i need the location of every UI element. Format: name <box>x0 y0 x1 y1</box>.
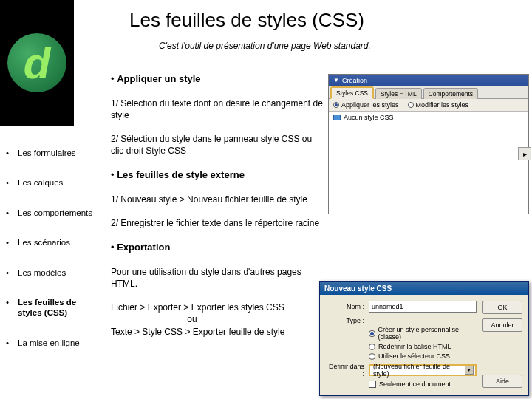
panel-title: Création <box>342 77 367 84</box>
name-input[interactable]: unnamed1 <box>369 301 477 313</box>
edit-styles-radio[interactable]: Modifier les styles <box>408 101 469 109</box>
sidebar-item-label: Les scénarios <box>10 237 102 248</box>
type-option-selector[interactable]: Utiliser le sélecteur CSS <box>369 352 477 360</box>
sidebar-item-label: Les formulaires <box>10 148 102 158</box>
export-path2: Texte > Style CSS > Exporter feuille de … <box>111 326 325 338</box>
sidebar-item[interactable]: •Les formulaires <box>0 148 106 177</box>
export-path1: Fichier > Exporter > Exporter les styles… <box>111 301 325 313</box>
page-subtitle: C'est l'outil de présentation d'une page… <box>159 41 525 51</box>
tab-behaviors[interactable]: Comportements <box>423 88 478 99</box>
dreamweaver-logo-icon: d <box>7 33 66 92</box>
type-label: Type : <box>326 317 364 324</box>
apply-heading: • Appliquer un style <box>111 72 325 86</box>
panel-toolbar: Appliquer les styles Modifier les styles <box>329 99 528 112</box>
list-item[interactable]: Aucun style CSS <box>333 114 524 121</box>
type-option-class[interactable]: Créer un style personnalisé (classe) <box>369 326 477 341</box>
css-panel: ▼ Création Styles CSS Styles HTML Compor… <box>328 74 529 214</box>
sidebar-nav: •Les formulaires•Les calques•Les comport… <box>0 148 106 367</box>
collapse-arrow-icon[interactable]: ▼ <box>333 77 339 83</box>
only-doc-check[interactable]: Seulement ce document <box>369 381 477 388</box>
arrow-right-icon: ▸ <box>523 150 527 158</box>
checkbox-icon <box>369 381 376 388</box>
type-option-tag[interactable]: Redéfinir la balise HTML <box>369 343 477 350</box>
sidebar-item[interactable]: •Les modèles <box>0 267 106 297</box>
apply-styles-radio[interactable]: Appliquer les styles <box>333 101 399 109</box>
export-heading: • Exportation <box>111 241 325 254</box>
style-tag-icon <box>333 115 341 120</box>
type-radios: Créer un style personnalisé (classe) Red… <box>369 326 477 360</box>
logo-area: d <box>0 0 74 126</box>
dialog-titlebar: Nouveau style CSS <box>320 282 528 295</box>
sidebar-item[interactable]: •La mise en ligne <box>0 338 106 367</box>
apply-step1: 1/ Sélection du texte dont on désire le … <box>111 98 325 121</box>
export-or: ou <box>111 313 273 325</box>
sidebar-item-label: Les feuilles de styles (CSS) <box>10 297 102 318</box>
tab-html[interactable]: Styles HTML <box>375 88 422 99</box>
export-text: Pour une utilisation du style dans d'aut… <box>111 266 325 290</box>
tab-css[interactable]: Styles CSS <box>330 86 374 99</box>
panel-flyout-button[interactable]: ▸ <box>518 147 531 160</box>
external-heading: • Les feuilles de style externe <box>111 168 325 182</box>
ok-button[interactable]: OK <box>482 301 522 314</box>
sidebar-item-label: Les calques <box>10 177 102 188</box>
apply-step2: 2/ Sélection du style dans le panneau st… <box>111 133 325 157</box>
logo-letter: d <box>24 38 51 89</box>
define-select[interactable]: (Nouveau fichier feuille de style) ▾ <box>369 364 477 376</box>
sidebar-item[interactable]: •Les comportements <box>0 208 106 237</box>
chevron-down-icon: ▾ <box>465 366 474 375</box>
sidebar-item[interactable]: •Les feuilles de styles (CSS) <box>0 297 106 338</box>
sidebar-item-label: Les modèles <box>10 267 102 278</box>
sidebar-item[interactable]: •Les scénarios <box>0 237 106 267</box>
panel-tabs: Styles CSS Styles HTML Comportements <box>329 86 528 99</box>
external-step2: 2/ Enregistrer le fichier texte dans le … <box>111 217 325 229</box>
panel-list: Aucun style CSS <box>329 112 528 200</box>
main-content: • Appliquer un style 1/ Sélection du tex… <box>111 72 325 338</box>
new-style-dialog: Nouveau style CSS Nom : unnamed1 Type : … <box>319 281 529 396</box>
external-step1: 1/ Nouveau style > Nouveau fichier feuil… <box>111 194 325 205</box>
sidebar-item[interactable]: •Les calques <box>0 177 106 207</box>
cancel-button[interactable]: Annuler <box>482 318 522 332</box>
define-label: Définir dans : <box>326 363 364 378</box>
page-title: Les feuilles de styles (CSS) <box>129 9 525 32</box>
panel-titlebar[interactable]: ▼ Création <box>329 75 528 86</box>
help-button[interactable]: Aide <box>482 375 522 388</box>
name-label: Nom : <box>326 303 364 310</box>
header: Les feuilles de styles (CSS) C'est l'out… <box>81 9 525 51</box>
sidebar-item-label: Les comportements <box>10 208 102 218</box>
sidebar-item-label: La mise en ligne <box>10 338 102 348</box>
